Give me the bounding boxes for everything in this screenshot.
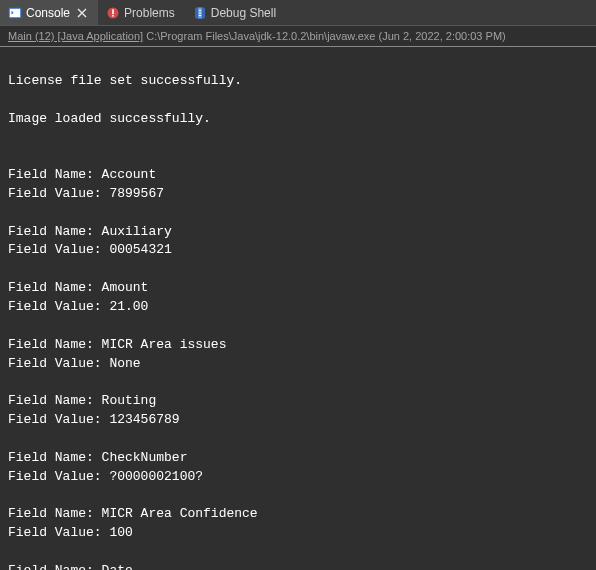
field-block: Field Name: MICR Area ConfidenceField Va…	[8, 505, 588, 543]
field-name-line: Field Name: Routing	[8, 392, 588, 411]
tab-console[interactable]: Console	[0, 0, 98, 25]
process-path: C:\Program Files\Java\jdk-12.0.2\bin\jav…	[143, 30, 506, 42]
console-output: License file set successfully. Image loa…	[0, 47, 596, 570]
field-block: Field Name: AuxiliaryField Value: 000543…	[8, 223, 588, 261]
console-icon	[8, 6, 22, 20]
tab-label: Problems	[124, 0, 175, 26]
tab-label: Debug Shell	[211, 0, 276, 26]
svg-rect-3	[112, 9, 114, 14]
field-name-line: Field Name: MICR Area Confidence	[8, 505, 588, 524]
field-value-line: Field Value: 00054321	[8, 241, 588, 260]
problems-icon	[106, 6, 120, 20]
tab-problems[interactable]: Problems	[98, 0, 185, 25]
svg-rect-1	[10, 9, 20, 17]
close-icon[interactable]	[76, 7, 88, 19]
field-name-line: Field Name: Auxiliary	[8, 223, 588, 242]
field-value-line: Field Value: ?0000002100?	[8, 468, 588, 487]
field-value-line: Field Value: 123456789	[8, 411, 588, 430]
tab-bar: Console Problems Debug Shel	[0, 0, 596, 26]
field-block: Field Name: CheckNumberField Value: ?000…	[8, 449, 588, 487]
tab-debug-shell[interactable]: Debug Shell	[185, 0, 286, 25]
field-block: Field Name: AccountField Value: 7899567	[8, 166, 588, 204]
init-line: License file set successfully.	[8, 72, 588, 91]
svg-rect-8	[199, 12, 201, 13]
process-info: Main (12) [Java Application] C:\Program …	[0, 26, 596, 47]
field-value-line: Field Value: None	[8, 355, 588, 374]
svg-rect-4	[112, 15, 114, 17]
field-name-line: Field Name: CheckNumber	[8, 449, 588, 468]
tab-label: Console	[26, 0, 70, 26]
field-value-line: Field Value: 100	[8, 524, 588, 543]
field-block: Field Name: RoutingField Value: 12345678…	[8, 392, 588, 430]
svg-rect-9	[199, 15, 201, 16]
launch-link[interactable]: Main (12) [Java Application]	[8, 30, 143, 42]
field-name-line: Field Name: MICR Area issues	[8, 336, 588, 355]
init-line: Image loaded successfully.	[8, 110, 588, 129]
field-block: Field Name: DateField Value: October 18,…	[8, 562, 588, 570]
field-value-line: Field Value: 7899567	[8, 185, 588, 204]
field-name-line: Field Name: Amount	[8, 279, 588, 298]
field-value-line: Field Value: 21.00	[8, 298, 588, 317]
debug-shell-icon	[193, 6, 207, 20]
field-block: Field Name: AmountField Value: 21.00	[8, 279, 588, 317]
field-block: Field Name: MICR Area issuesField Value:…	[8, 336, 588, 374]
svg-rect-7	[199, 10, 201, 11]
field-name-line: Field Name: Account	[8, 166, 588, 185]
field-name-line: Field Name: Date	[8, 562, 588, 570]
